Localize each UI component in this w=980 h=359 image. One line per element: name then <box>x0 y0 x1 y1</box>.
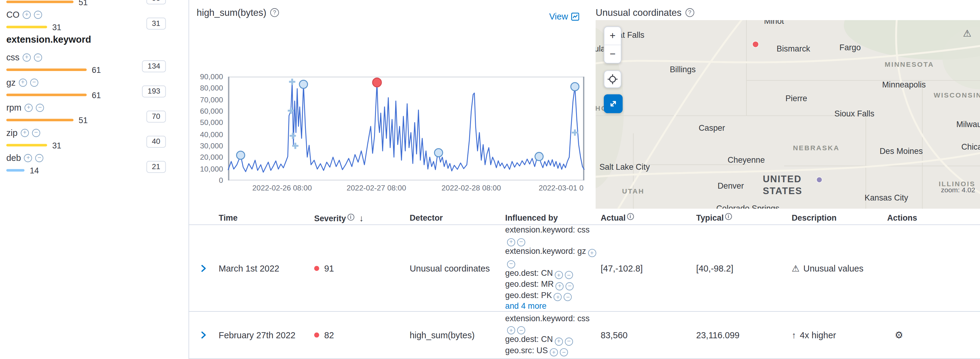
view-link-label: View <box>549 11 568 21</box>
add-filter-icon[interactable]: + <box>19 78 27 86</box>
remove-filter-icon[interactable]: − <box>30 78 38 86</box>
map-label-city: Minneapolis <box>882 80 926 89</box>
anomaly-marker-warning[interactable] <box>299 80 308 88</box>
add-filter-icon[interactable]: + <box>588 249 596 257</box>
detector-cell: Unusual coordinates <box>410 263 505 273</box>
severity-dot <box>314 265 319 271</box>
col-header-detector[interactable]: Detector <box>410 213 505 222</box>
remove-filter-icon[interactable]: − <box>560 348 568 357</box>
y-axis-tick: 70,000 <box>190 96 223 105</box>
col-header-time[interactable]: Time <box>219 213 314 222</box>
col-header-severity[interactable]: Severityi↓ <box>314 213 410 223</box>
view-link[interactable]: View <box>549 11 579 21</box>
chart-panel-title: high_sum(bytes) ? <box>197 7 279 18</box>
zoom-out-button[interactable]: − <box>605 45 621 63</box>
add-filter-icon[interactable]: + <box>556 282 564 290</box>
influencers-sidebar: 51 53 CO + − 31 31 extension.keyword css… <box>0 0 189 359</box>
add-filter-icon[interactable]: + <box>22 53 31 61</box>
add-filter-icon[interactable]: + <box>507 238 515 246</box>
description-cell: ↑ 4x higher <box>792 330 888 340</box>
remove-filter-icon[interactable]: − <box>566 282 574 290</box>
influencer-item-CO[interactable]: CO + − 31 31 <box>6 9 189 34</box>
remove-filter-icon[interactable]: − <box>564 293 572 301</box>
add-filter-icon[interactable]: + <box>555 271 563 279</box>
multibucket-marker[interactable] <box>572 129 578 136</box>
remove-filter-icon[interactable]: − <box>34 10 42 19</box>
map-warning-icon[interactable]: ⚠ <box>963 28 972 39</box>
map-label-city: Casper <box>699 123 725 132</box>
anomaly-marker-warning[interactable] <box>434 149 442 157</box>
influencer-item-deb[interactable]: deb + − 14 21 <box>6 152 189 177</box>
chevron-right-icon <box>199 330 209 340</box>
influencer-item-gz[interactable]: gz + − 61 193 <box>6 77 189 102</box>
anomaly-marker-critical[interactable] <box>372 78 382 87</box>
remove-filter-icon[interactable]: − <box>517 238 525 246</box>
and-more-link[interactable]: and 4 more <box>505 301 594 311</box>
metric-line <box>228 82 584 172</box>
add-filter-icon[interactable]: + <box>507 326 515 335</box>
anomaly-marker-warning[interactable] <box>535 152 543 161</box>
info-icon[interactable]: i <box>725 213 732 220</box>
map-panel-title: Unusual coordinates ? <box>595 7 694 18</box>
multibucket-marker[interactable] <box>290 132 296 139</box>
influencer-item-zip[interactable]: zip + − 31 40 <box>6 127 189 152</box>
influencer-name: deb <box>6 153 21 163</box>
help-icon[interactable]: ? <box>686 8 694 17</box>
x-axis-tick: 2022-02-27 08:00 <box>347 183 406 192</box>
info-icon[interactable]: i <box>347 213 354 220</box>
add-filter-icon[interactable]: + <box>25 103 33 112</box>
anomaly-count-badge: 53 <box>146 0 166 4</box>
expand-row-button[interactable] <box>199 263 209 273</box>
x-axis-tick: 2022-02-26 08:00 <box>252 183 312 192</box>
help-icon[interactable]: ? <box>270 8 279 17</box>
influencer: geo.dest: CN+− <box>505 335 599 346</box>
influencer-item-css[interactable]: css + − 61 134 <box>6 51 189 77</box>
chevron-right-icon <box>199 263 209 273</box>
remove-filter-icon[interactable]: − <box>35 153 44 162</box>
max-anomaly-score: 31 <box>52 140 61 150</box>
anomaly-marker-warning[interactable] <box>571 83 579 91</box>
actual-cell: 83,560 <box>601 330 697 340</box>
col-header-actual[interactable]: Actuali <box>601 213 697 222</box>
anomaly-count-badge: 40 <box>146 136 166 148</box>
add-filter-icon[interactable]: + <box>24 153 32 162</box>
remove-filter-icon[interactable]: − <box>34 53 42 61</box>
remove-filter-icon[interactable]: − <box>36 103 44 112</box>
y-axis-tick: 20,000 <box>190 153 223 161</box>
info-icon[interactable]: i <box>627 213 634 220</box>
map-marker-actual[interactable] <box>753 41 759 47</box>
add-filter-icon[interactable]: + <box>554 293 562 301</box>
y-axis-tick: 30,000 <box>190 141 223 150</box>
remove-filter-icon[interactable]: − <box>507 260 515 268</box>
zoom-in-button[interactable]: + <box>605 27 621 45</box>
influencer-name: CO <box>6 10 19 19</box>
multibucket-marker[interactable] <box>289 79 296 85</box>
influencer-item-rpm[interactable]: rpm + − 51 70 <box>6 102 189 127</box>
anomaly-chart[interactable] <box>228 77 584 180</box>
col-header-description[interactable]: Description <box>792 213 888 222</box>
anomaly-count-badge: 193 <box>142 86 166 97</box>
add-filter-icon[interactable]: + <box>555 337 563 346</box>
expand-button[interactable] <box>604 94 623 113</box>
remove-filter-icon[interactable]: − <box>32 129 40 137</box>
add-filter-icon[interactable]: + <box>21 129 29 137</box>
y-axis-tick: 40,000 <box>190 130 223 139</box>
remove-filter-icon[interactable]: − <box>565 271 573 279</box>
map-label-state: NEBRASKA <box>793 144 840 152</box>
anomaly-count-badge: 31 <box>146 18 166 30</box>
anomaly-marker-warning[interactable] <box>237 151 245 160</box>
col-header-influenced-by[interactable]: Influenced by <box>505 213 601 222</box>
map-canvas[interactable]: MinotGreat FallsMissoulaBismarckFargoBil… <box>595 20 980 209</box>
expand-row-button[interactable] <box>199 330 209 340</box>
row-actions-gear-button[interactable]: ⚙ <box>887 329 903 341</box>
arrow-up-icon: ↑ <box>792 330 796 340</box>
col-header-typical[interactable]: Typicali <box>696 213 792 222</box>
remove-filter-icon[interactable]: − <box>565 337 573 346</box>
geolocate-button[interactable] <box>604 70 622 88</box>
y-axis-tick: 90,000 <box>190 72 223 81</box>
add-filter-icon[interactable]: + <box>22 10 31 19</box>
map-marker-typical[interactable] <box>817 177 822 183</box>
influencer-item-partial[interactable]: 51 53 <box>6 0 189 9</box>
add-filter-icon[interactable]: + <box>550 348 558 357</box>
remove-filter-icon[interactable]: − <box>517 326 525 335</box>
